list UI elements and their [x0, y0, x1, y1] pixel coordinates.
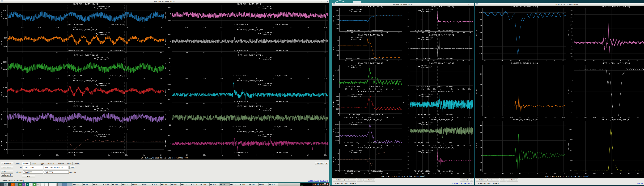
collapse-panel-button[interactable]: ▼ — [325, 162, 328, 165]
start-online-button[interactable]: ▷start online — [476, 178, 488, 181]
report-bug-link[interactable]: (report bug) — [464, 182, 472, 184]
firefox-icon[interactable]: ● — [11, 183, 14, 186]
scope-icon[interactable]: ~ — [26, 183, 29, 186]
ndscope-link[interactable]: ndscope — [638, 182, 643, 184]
plot-canvas[interactable] — [567, 62, 644, 118]
dataviewer-icon[interactable]: ▥ — [22, 183, 25, 186]
plot-canvas[interactable] — [0, 3, 165, 28]
plot-canvas[interactable] — [403, 62, 474, 90]
player-icon[interactable]: ▶ — [33, 183, 36, 186]
tab-trend[interactable]: trend — [14, 162, 22, 165]
copy-tool-icon[interactable]: ❏ — [36, 183, 40, 186]
titlebar-bf[interactable]: ndscope: BF_DAMP_IN/OUT - □ × — [0, 0, 329, 3]
medm-icon[interactable]: ▦ — [18, 183, 22, 186]
tab-trigger[interactable]: trigger — [38, 162, 46, 165]
taskbar-window-button-0[interactable]: [LXTer... — [73, 183, 82, 186]
plot-canvas[interactable] — [332, 62, 403, 90]
titlebar-im[interactable]: ndscope: IM_DAMP_IN/OUT - □ × — [332, 3, 474, 6]
plot-canvas[interactable] — [403, 6, 474, 34]
reset-button[interactable]: reset — [500, 178, 506, 181]
taskbar-window-button-20[interactable]: ndsco... — [268, 183, 278, 186]
tab-crosshair[interactable]: crosshair — [46, 162, 56, 165]
pager-desktop-3[interactable] — [67, 183, 72, 186]
plot-canvas[interactable] — [165, 54, 329, 79]
now-button[interactable]: now — [70, 166, 75, 169]
plot-canvas[interactable] — [0, 131, 165, 156]
taskbar-window-button-10[interactable]: guard... — [171, 183, 180, 186]
snapshot-button[interactable]: snapshot — [460, 178, 469, 181]
plot-canvas[interactable] — [165, 105, 329, 131]
taskbar-window-button-3[interactable]: [medm] — [102, 183, 112, 186]
plot-canvas[interactable] — [332, 119, 403, 147]
taskbar-window-button-4[interactable]: VIS_O... — [112, 183, 122, 186]
file-manager-icon[interactable]: ▤ — [4, 183, 7, 186]
plot-canvas[interactable] — [0, 79, 165, 105]
taskbar-window-button-16[interactable]: VIS_FI... — [230, 183, 239, 186]
plot-canvas[interactable] — [332, 6, 403, 34]
plot-canvas[interactable] — [567, 6, 644, 62]
panel-button-start-online[interactable]: ▷start online — [1, 162, 13, 165]
add-channels-button[interactable]: add channels — [506, 178, 518, 181]
tray-p-icon[interactable]: P — [314, 183, 316, 185]
taskbar-window-button-11[interactable]: VIS_FI... — [180, 183, 190, 186]
window-controls[interactable]: - □ × — [321, 1, 329, 2]
taskbar-window-button-18[interactable]: ndsco... — [249, 183, 258, 186]
tray-battery-icon[interactable] — [324, 183, 326, 185]
plot-canvas[interactable] — [332, 147, 403, 175]
plot-canvas[interactable] — [165, 28, 329, 54]
taskbar-window-button-15[interactable]: [ndsc... — [220, 183, 229, 186]
ndscope-link[interactable]: ndscope — [452, 182, 458, 184]
plot-canvas[interactable] — [403, 119, 474, 147]
plot-canvas[interactable] — [165, 131, 329, 156]
cluster-window-icon[interactable] — [48, 183, 52, 186]
fetch-button[interactable]: fetch — [22, 175, 35, 178]
pager-desktop-2[interactable] — [62, 183, 67, 186]
taskbar-window-button-2[interactable]: BB-SC... — [92, 183, 102, 186]
titlebar-tm[interactable]: ndscope: TM_OLDAMP_IN/OUT - □ × — [476, 3, 644, 6]
taskbar-window-button-13[interactable]: VIS_G... — [200, 183, 210, 186]
tab-export[interactable]: export — [72, 162, 80, 165]
cluster-window-icon[interactable] — [44, 183, 48, 186]
tray-media-preview[interactable] — [300, 183, 312, 186]
plot-canvas[interactable] — [403, 34, 474, 62]
window-start-input[interactable] — [23, 170, 44, 174]
t0-datetime-input[interactable] — [44, 166, 69, 169]
plot-canvas[interactable] — [567, 119, 644, 175]
cluster-window-icon[interactable] — [52, 183, 56, 186]
plot-canvas[interactable] — [0, 28, 165, 54]
window-controls[interactable]: - □ × — [466, 4, 474, 5]
taskbar-window-button-9[interactable]: K1:GR... — [161, 183, 170, 186]
plot-canvas[interactable] — [476, 62, 567, 118]
taskbar-window-button-17[interactable]: ndsco... — [239, 183, 249, 186]
version-link[interactable]: 0.19.3 — [314, 180, 319, 182]
version-link[interactable]: 0.19.3 — [459, 182, 463, 184]
tab-range[interactable]: range — [30, 162, 38, 165]
ndscope-link[interactable]: ndscope — [308, 180, 314, 182]
tab-time-axis[interactable]: time axis — [56, 162, 66, 165]
taskbar-window-button-12[interactable]: VIS_FI... — [190, 183, 200, 186]
snapshot-button[interactable]: snapshot — [315, 162, 324, 165]
plot-canvas[interactable] — [165, 79, 329, 105]
report-bug-link[interactable]: (report bug) — [320, 180, 328, 182]
tray-close-icon[interactable]: ✕ — [312, 183, 314, 185]
tray-clock[interactable]: 17:18 — [320, 184, 324, 185]
plot-canvas[interactable] — [0, 54, 165, 79]
add-channels-button[interactable]: add channels — [363, 178, 375, 181]
tab-style[interactable]: style — [66, 162, 72, 165]
reset-button[interactable]: reset — [357, 178, 363, 181]
plot-canvas[interactable] — [403, 147, 474, 175]
tray-zoom-icon[interactable]: zm — [317, 183, 319, 185]
taskbar-window-button-19[interactable]: [ndsc... — [259, 183, 268, 186]
tray-power-icon[interactable]: | — [326, 183, 328, 185]
plot-canvas[interactable] — [165, 3, 329, 28]
window-switcher-icon[interactable]: ❐ — [15, 183, 18, 186]
terminal-icon[interactable]: >_ — [8, 183, 11, 186]
expand-panel-button[interactable]: ▲ — [470, 178, 473, 181]
taskbar-window-button-8[interactable]: NEW... — [151, 183, 160, 186]
start-menu-icon[interactable]: ▲ — [0, 183, 4, 186]
tab-window[interactable]: window — [22, 162, 30, 165]
launcher-dot-icon[interactable]: ● — [29, 183, 32, 186]
plot-canvas[interactable] — [0, 105, 165, 131]
taskbar-window-button-7[interactable]: [K1:G... — [141, 183, 151, 186]
plot-canvas[interactable] — [476, 119, 567, 175]
